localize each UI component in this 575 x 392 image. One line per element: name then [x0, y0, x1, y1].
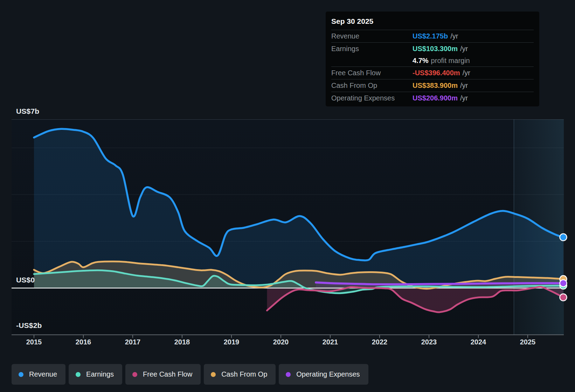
operating-expenses-end-marker[interactable] [560, 280, 567, 287]
free-cash-flow-legend-label: Free Cash Flow [143, 370, 192, 378]
cash-from-op-legend-dot [211, 372, 216, 377]
profit-margin-value: 4.7% [413, 57, 429, 65]
x-axis-label-2019: 2019 [216, 338, 247, 346]
x-axis-label-2020: 2020 [265, 338, 297, 346]
tooltip-suffix-free-cash-flow: /yr [463, 69, 470, 77]
free-cash-flow-end-marker[interactable] [560, 294, 567, 301]
tooltip-suffix-earnings: /yr [460, 45, 468, 53]
tooltip-label-cash-from-op: Cash From Op [331, 82, 413, 90]
tooltip-date: Sep 30 2025 [331, 16, 534, 30]
tooltip-value-free-cash-flow: -US$396.400m [413, 69, 460, 77]
tooltip-label-operating-expenses: Operating Expenses [331, 94, 413, 102]
x-axis-label-2015: 2015 [18, 338, 50, 346]
tooltip-value-operating-expenses: US$206.900m [413, 94, 458, 102]
operating-expenses-legend-label: Operating Expenses [296, 370, 360, 378]
tooltip-value-revenue: US$2.175b [413, 32, 448, 40]
y-axis-label-min: -US$2b [16, 321, 42, 330]
y-axis-label-zero: US$0 [16, 276, 35, 284]
tooltip-suffix-operating-expenses: /yr [460, 94, 468, 102]
tooltip-row-earnings: EarningsUS$103.300m/yr [331, 42, 534, 55]
legend-item-earnings[interactable]: Earnings [69, 364, 122, 385]
x-axis-label-2022: 2022 [364, 338, 395, 346]
x-axis-label-2023: 2023 [413, 338, 445, 346]
operating-expenses-legend-dot [286, 372, 291, 377]
chart-tooltip: Sep 30 2025 RevenueUS$2.175b/yrEarningsU… [326, 12, 539, 106]
revenue-end-marker[interactable] [560, 234, 567, 241]
tooltip-row-free-cash-flow: Free Cash Flow-US$396.400m/yr [331, 66, 534, 79]
free-cash-flow-legend-dot [132, 372, 137, 377]
legend-item-operating-expenses[interactable]: Operating Expenses [279, 364, 368, 385]
tooltip-value-earnings: US$103.300m [413, 45, 458, 53]
tooltip-label-earnings: Earnings [331, 45, 413, 53]
legend-item-free-cash-flow[interactable]: Free Cash Flow [125, 364, 201, 385]
legend-item-cash-from-op[interactable]: Cash From Op [204, 364, 276, 385]
x-axis-label-2024: 2024 [463, 338, 494, 346]
x-axis-label-2025: 2025 [512, 338, 543, 346]
tooltip-suffix-cash-from-op: /yr [460, 82, 468, 90]
x-axis-label-2018: 2018 [166, 338, 198, 346]
tooltip-row-operating-expenses: Operating ExpensesUS$206.900m/yr [331, 92, 534, 104]
financial-history-panel: US$7b US$0 -US$2b 2015201620172018201920… [0, 0, 575, 392]
x-axis-label-2017: 2017 [117, 338, 148, 346]
tooltip-row-cash-from-op: Cash From OpUS$383.900m/yr [331, 79, 534, 92]
profit-margin-text: profit margin [431, 57, 470, 65]
revenue-legend-dot [19, 372, 23, 377]
chart-legend: RevenueEarningsFree Cash FlowCash From O… [12, 364, 368, 385]
x-axis-label-2016: 2016 [68, 338, 99, 346]
earnings-legend-label: Earnings [86, 370, 114, 378]
tooltip-suffix-revenue: /yr [450, 32, 458, 40]
x-axis-label-2021: 2021 [314, 338, 346, 346]
tooltip-row-revenue: RevenueUS$2.175b/yr [331, 30, 534, 42]
cash-from-op-legend-label: Cash From Op [221, 370, 267, 378]
tooltip-label-free-cash-flow: Free Cash Flow [331, 69, 413, 77]
tooltip-label-revenue: Revenue [331, 32, 413, 40]
tooltip-value-cash-from-op: US$383.900m [413, 82, 458, 90]
legend-item-revenue[interactable]: Revenue [12, 364, 65, 385]
earnings-legend-dot [76, 372, 81, 377]
y-axis-label-max: US$7b [16, 107, 39, 115]
tooltip-row-profit-margin: 4.7%profit margin [331, 55, 534, 66]
revenue-legend-label: Revenue [29, 370, 57, 378]
